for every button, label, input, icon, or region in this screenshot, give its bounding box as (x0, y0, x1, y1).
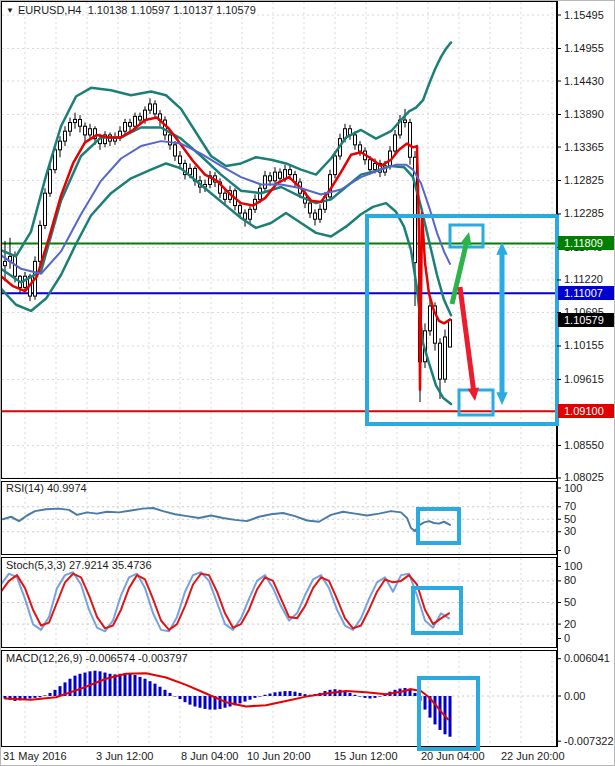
macd-histogram-bar (369, 696, 372, 698)
candle-body (44, 193, 47, 225)
macd-tick-label: 0.006041 (564, 653, 610, 664)
candle-body (239, 206, 242, 213)
symbol-period-label: EURUSD,H4 (18, 4, 82, 16)
macd-histogram-bar (294, 692, 297, 696)
time-axis-label: 22 Jun 20:00 (501, 750, 565, 762)
candle-body (334, 156, 337, 175)
macd-histogram-bar (84, 673, 87, 696)
macd-histogram-bar (164, 690, 167, 696)
candle-body (329, 175, 332, 197)
candle-body (84, 126, 87, 135)
stoch-tick-label: 0 (564, 633, 570, 644)
macd-histogram-bar (159, 687, 162, 696)
macd-histogram-bar (174, 696, 177, 697)
time-axis-label: 20 Jun 04:00 (421, 750, 485, 762)
annotations (367, 216, 557, 749)
candle-body (154, 104, 157, 114)
macd-histogram-bar (129, 674, 132, 696)
macd-histogram-bar (449, 696, 452, 737)
ma-slow-line (1, 141, 450, 274)
macd-histogram-bar (144, 679, 147, 696)
macd-histogram-bar (379, 696, 382, 697)
candle-body (179, 156, 182, 163)
candle-body (4, 261, 7, 265)
candle-body (49, 170, 52, 194)
macd-histogram-bar (219, 696, 222, 709)
macd-histogram-bar (414, 693, 417, 696)
bollinger-middle-line (1, 127, 451, 315)
time-axis-label: 10 Jun 20:00 (247, 750, 311, 762)
macd-histogram-bar (274, 692, 277, 696)
chart-title: ▼EURUSD,H4 1.10138 1.10597 1.10137 1.105… (6, 4, 256, 16)
candle-body (314, 213, 317, 219)
macd-histogram-bar (354, 695, 357, 696)
candle-body (69, 123, 72, 132)
candle-body (59, 141, 62, 150)
macd-histogram-bar (359, 696, 362, 697)
candle-body (139, 116, 142, 120)
macd-histogram-bar (29, 696, 32, 698)
macd-histogram-bar (364, 696, 367, 698)
macd-histogram-bar (239, 696, 242, 703)
candle-body (149, 104, 152, 110)
stoch-tick-label: 50 (564, 597, 576, 608)
price-badge-1.11809: 1.11809 (558, 236, 615, 250)
rsi-tick-label: 0 (564, 545, 570, 556)
price-badge-1.11007: 1.11007 (558, 286, 615, 300)
macd-histogram-bar (229, 696, 232, 706)
candle-body (409, 123, 412, 158)
candle-body (39, 225, 42, 261)
candle-body (274, 172, 277, 181)
macd-histogram-bar (404, 688, 407, 696)
main-panel[interactable] (1, 2, 557, 479)
price-tick-label: 1.14955 (564, 43, 604, 54)
dropdown-triangle-icon[interactable]: ▼ (6, 6, 14, 15)
macd-histogram-bar (204, 696, 207, 709)
focus-rect-rsi[interactable] (418, 509, 459, 543)
candle-body (224, 193, 227, 199)
macd-histogram-bar (154, 684, 157, 696)
macd-histogram-bar (299, 693, 302, 696)
candle-body (124, 123, 127, 132)
candle-body (74, 119, 77, 122)
time-axis-label: 8 Jun 04:00 (181, 750, 239, 762)
stoch-panel[interactable] (1, 558, 557, 648)
macd-histogram-bar (424, 696, 427, 710)
macd-histogram-bar (264, 695, 267, 696)
macd-title: MACD(12,26,9) -0.006574 -0.003797 (6, 652, 188, 664)
candle-body (249, 209, 252, 219)
macd-histogram-bar (279, 692, 282, 696)
candle-body (404, 120, 407, 122)
candle-body (289, 170, 292, 175)
macd-histogram-bar (269, 694, 272, 696)
price-tick-label: 1.10155 (564, 340, 604, 351)
macd-histogram-bar (259, 696, 262, 697)
bearish-arrow[interactable] (460, 287, 479, 401)
ma-fast-line (1, 118, 450, 390)
time-axis-label: 15 Jun 12:00 (334, 750, 398, 762)
candle-body (319, 209, 322, 219)
range-arrow[interactable] (496, 242, 507, 405)
candle-body (129, 123, 132, 127)
candle-body (89, 129, 92, 135)
time-axis-label: 31 May 2016 (3, 750, 67, 762)
macd-histogram-bar (254, 696, 257, 698)
bollinger-upper-line (1, 43, 451, 257)
macd-histogram-bar (39, 696, 42, 697)
candle-body (444, 337, 447, 379)
macd-histogram-bar (244, 696, 247, 702)
chart-window: ▼EURUSD,H4 1.10138 1.10597 1.10137 1.105… (0, 0, 615, 766)
current-price-badge: 1.10579 (558, 313, 615, 327)
stoch-tick-label: 100 (564, 561, 582, 572)
macd-histogram-bar (54, 690, 57, 696)
macd-histogram-bar (374, 696, 377, 698)
stoch-tick-label: 20 (564, 619, 576, 630)
macd-histogram-bar (169, 693, 172, 696)
macd-panel[interactable] (2, 651, 557, 747)
macd-histogram-bar (199, 696, 202, 708)
macd-tick-label: -0.007322 (564, 736, 614, 747)
candle-body (279, 172, 282, 178)
macd-histogram-bar (194, 696, 197, 706)
macd-histogram-bar (49, 693, 52, 696)
candle-body (309, 203, 312, 213)
